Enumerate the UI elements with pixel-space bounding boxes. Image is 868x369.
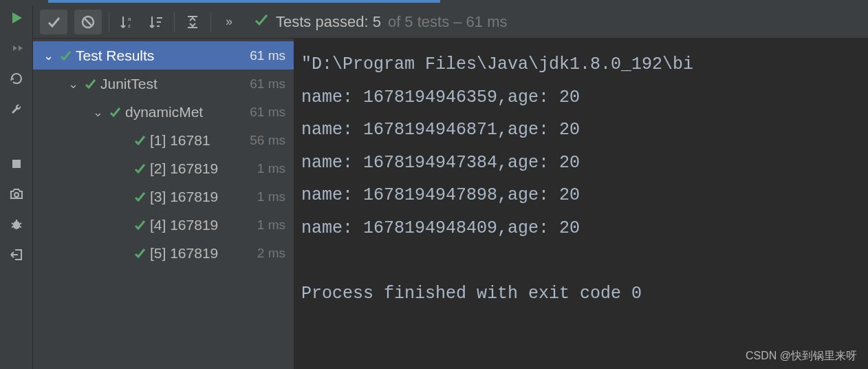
tree-label: Test Results [76,48,246,64]
check-icon [133,191,146,203]
tree-label: dynamicMet [125,104,246,120]
tree-test[interactable]: [5] 1678192 ms [33,239,294,267]
tree-label: [3] 167819 [150,189,253,205]
test-toolbar: az » Tests passed: 5 of 5 tests – 61 ms [33,6,868,39]
debug-rerun-icon[interactable] [8,40,25,56]
camera-icon[interactable] [8,186,25,202]
status-count: 5 [373,13,381,30]
watermark: CSDN @快到锅里来呀 [746,349,857,363]
toggle-auto-icon[interactable] [8,70,25,87]
collapse-all-button[interactable] [182,11,204,33]
tree-test[interactable]: [3] 1678191 ms [33,182,294,211]
test-status: Tests passed: 5 of 5 tests – 61 ms [254,12,508,32]
check-icon [133,134,146,147]
more-button[interactable]: » [218,11,240,33]
left-sidebar [0,6,33,369]
tree-label: [5] 167819 [150,245,253,262]
tree-time: 1 ms [257,189,285,204]
tree-group[interactable]: ⌄ dynamicMet 61 ms [33,98,294,126]
chevron-down-icon[interactable]: ⌄ [91,105,105,120]
status-suffix: of 5 tests – 61 ms [388,13,508,31]
tree-label: [2] 167819 [150,160,253,177]
tree-suite[interactable]: ⌄ JunitTest 61 ms [33,70,294,98]
tree-time: 2 ms [257,246,285,261]
tree-label: JunitTest [100,76,246,92]
check-icon [133,162,146,175]
tree-test[interactable]: [1] 1678156 ms [33,126,294,154]
chevron-down-icon[interactable]: ⌄ [41,48,55,63]
show-passed-button[interactable] [40,10,67,34]
tree-root[interactable]: ⌄ Test Results 61 ms [33,41,294,70]
sort-alpha-button[interactable]: az [116,11,138,33]
tree-label: [1] 16781 [150,132,246,149]
chevron-down-icon[interactable]: ⌄ [66,76,80,92]
svg-point-1 [14,193,19,197]
tree-time: 1 ms [257,161,285,176]
sort-duration-button[interactable] [145,11,167,33]
check-icon [59,50,72,62]
bug-icon[interactable] [8,216,25,233]
svg-point-2 [13,221,20,229]
console-cmd: "D:\Program Files\Java\jdk1.8.0_192\bi [301,54,693,74]
wrench-icon[interactable] [8,101,25,117]
svg-rect-0 [12,160,21,168]
tree-time: 61 ms [250,105,285,120]
run-icon[interactable] [8,10,25,26]
show-ignored-button[interactable] [74,10,102,34]
check-icon [109,106,121,118]
tree-time: 61 ms [250,48,285,63]
check-icon [133,247,146,260]
tree-test[interactable]: [4] 1678191 ms [33,211,294,239]
stop-icon[interactable] [8,156,25,172]
tree-test[interactable]: [2] 1678191 ms [33,154,294,182]
console-exit: Process finished with exit code 0 [301,284,642,304]
status-prefix: Tests passed: [276,13,369,30]
tree-time: 61 ms [250,76,285,92]
console-output: "D:\Program Files\Java\jdk1.8.0_192\bi n… [294,39,868,369]
svg-text:a: a [128,16,131,22]
check-icon [133,219,146,231]
check-icon [84,78,96,90]
tree-time: 56 ms [250,133,285,148]
tree-time: 1 ms [257,218,285,233]
tree-label: [4] 167819 [150,217,253,233]
svg-text:z: z [128,23,131,29]
test-tree: ⌄ Test Results 61 ms ⌄ JunitTest 61 ms ⌄ [33,39,294,369]
exit-icon[interactable] [8,246,25,263]
